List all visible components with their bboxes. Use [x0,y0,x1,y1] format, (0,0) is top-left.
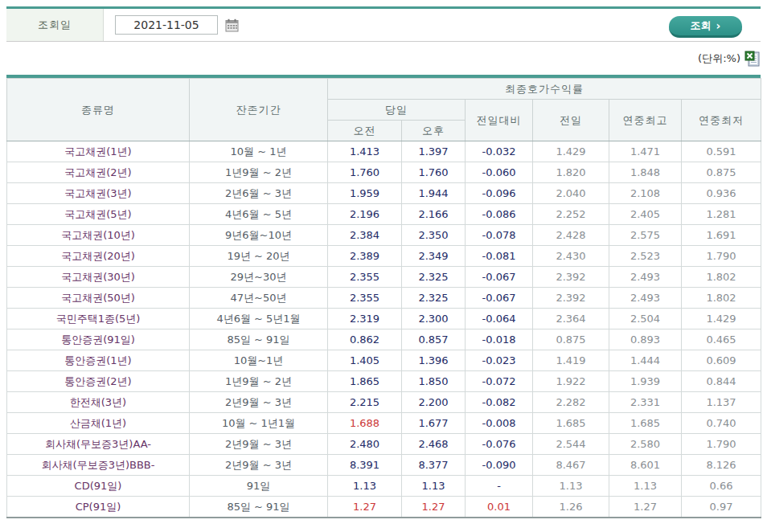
cell-am: 1.959 [328,183,402,204]
table-row: 회사채(무보증3년)BBB-2년9월 ~ 3년8.3918.377-0.0908… [7,455,761,476]
cell-low: 0.844 [682,371,761,392]
table-row: 국고채권(2년)1년9월 ~ 2년1.7601.760-0.0601.8201.… [7,162,761,183]
table-row: 국고채권(50년)47년~50년2.3552.325-0.0672.3922.4… [7,288,761,309]
cell-prev: 0.875 [533,329,609,350]
cell-type: 통안증권(91일) [7,329,190,350]
table-row: CP(91일)85일 ~ 91일1.271.270.011.261.270.97 [7,497,761,518]
cell-low: 0.936 [682,183,761,204]
cell-am: 1.13 [328,476,402,497]
cell-high: 1.471 [609,141,682,162]
cell-am: 2.319 [328,309,402,329]
cell-am: 2.355 [328,267,402,288]
cell-low: 0.609 [682,350,761,371]
cell-prev: 8.467 [533,455,609,476]
search-button[interactable]: 조회 › [669,16,742,38]
cell-prev: 2.364 [533,309,609,329]
cell-pm: 1.760 [402,162,466,183]
cell-maturity: 10월~1년 [190,350,328,371]
cell-high: 2.405 [609,204,682,225]
unit-row: (단위:%) [6,48,761,69]
cell-high: 2.108 [609,183,682,204]
cell-prev: 2.544 [533,434,609,455]
cell-low: 1.137 [682,392,761,413]
header-type: 종류명 [7,79,190,141]
table-row: CD(91일)91일1.131.13-1.131.130.66 [7,476,761,497]
cell-maturity: 4년6월 ~ 5년1월 [190,309,328,329]
cell-prev: 2.040 [533,183,609,204]
date-input[interactable] [115,15,218,35]
cell-high: 2.523 [609,246,682,267]
table-row: 국고채권(5년)4년6월 ~ 5년2.1962.166-0.0862.2522.… [7,204,761,225]
table-row: 국민주택1종(5년)4년6월 ~ 5년1월2.3192.300-0.0642.3… [7,309,761,329]
cell-pm: 1.27 [402,497,466,518]
cell-type: 회사채(무보증3년)AA- [7,434,190,455]
cell-high: 1.848 [609,162,682,183]
cell-pm: 2.325 [402,267,466,288]
cell-pm: 1.13 [402,476,466,497]
date-label: 조회일 [6,9,104,41]
cell-am: 2.384 [328,225,402,246]
excel-export-icon[interactable] [744,51,761,67]
header-maturity: 잔존기간 [190,79,328,141]
cell-prev: 1.13 [533,476,609,497]
cell-change: -0.081 [466,246,533,267]
cell-high: 2.331 [609,392,682,413]
cell-pm: 1.677 [402,413,466,434]
cell-change: -0.064 [466,309,533,329]
cell-change: -0.078 [466,225,533,246]
search-button-label: 조회 [691,18,712,33]
header-am: 오전 [328,121,402,141]
cell-maturity: 2년9월 ~ 3년 [190,434,328,455]
cell-pm: 1.944 [402,183,466,204]
cell-maturity: 2년9월 ~ 3년 [190,392,328,413]
cell-am: 8.391 [328,455,402,476]
cell-change: -0.086 [466,204,533,225]
unit-label: (단위:%) [698,51,740,66]
cell-low: 1.790 [682,434,761,455]
cell-am: 0.862 [328,329,402,350]
cell-prev: 1.419 [533,350,609,371]
cell-type: 국고채권(1년) [7,141,190,162]
cell-maturity: 91일 [190,476,328,497]
cell-prev: 2.392 [533,288,609,309]
calendar-icon[interactable] [224,18,239,32]
cell-pm: 1.397 [402,141,466,162]
table-row: 국고채권(30년)29년~30년2.3552.325-0.0672.3922.4… [7,267,761,288]
table-row: 통안증권(1년)10월~1년1.4051.396-0.0231.4191.444… [7,350,761,371]
cell-change: 0.01 [466,497,533,518]
cell-pm: 0.857 [402,329,466,350]
cell-prev: 2.392 [533,267,609,288]
cell-high: 1.27 [609,497,682,518]
cell-high: 1.13 [609,476,682,497]
cell-pm: 2.300 [402,309,466,329]
cell-am: 2.196 [328,204,402,225]
cell-high: 0.893 [609,329,682,350]
cell-prev: 1.429 [533,141,609,162]
cell-change: -0.082 [466,392,533,413]
cell-maturity: 10월 ~ 1년 [190,141,328,162]
cell-am: 2.480 [328,434,402,455]
cell-change: -0.067 [466,288,533,309]
cell-low: 1.281 [682,204,761,225]
table-row: 국고채권(20년)19년 ~ 20년2.3892.349-0.0812.4302… [7,246,761,267]
table-row: 산금채(1년)10월 ~ 1년1월1.6881.677-0.0081.6851.… [7,413,761,434]
cell-low: 0.875 [682,162,761,183]
cell-pm: 1.396 [402,350,466,371]
cell-low: 1.802 [682,267,761,288]
cell-type: 국고채권(50년) [7,288,190,309]
cell-pm: 2.325 [402,288,466,309]
cell-type: 국고채권(10년) [7,225,190,246]
search-bar: 조회일 조회 › [6,6,761,42]
header-year-high: 연중최고 [609,100,682,141]
cell-type: 통안증권(1년) [7,350,190,371]
cell-high: 2.504 [609,309,682,329]
cell-high: 1.685 [609,413,682,434]
cell-high: 2.493 [609,267,682,288]
table-row: 한전채(3년)2년9월 ~ 3년2.2152.200-0.0822.2822.3… [7,392,761,413]
cell-change: - [466,476,533,497]
cell-prev: 2.428 [533,225,609,246]
cell-change: -0.023 [466,350,533,371]
cell-change: -0.090 [466,455,533,476]
cell-change: -0.096 [466,183,533,204]
table-row: 국고채권(1년)10월 ~ 1년1.4131.397-0.0321.4291.4… [7,141,761,162]
